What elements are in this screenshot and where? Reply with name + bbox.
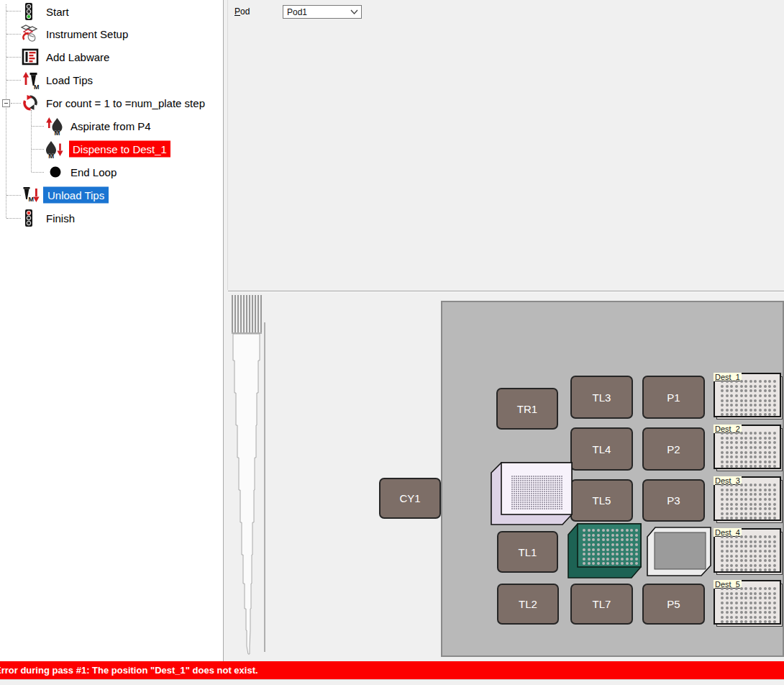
chevron-down-icon xyxy=(350,9,358,14)
deck-slot-p2[interactable]: P2 xyxy=(642,427,705,471)
labware-icon xyxy=(22,48,39,65)
traffic-light-green-icon xyxy=(23,2,35,21)
deck-slot-p1[interactable]: P1 xyxy=(642,376,705,419)
step-label: Add Labware xyxy=(46,51,109,63)
deck-slot-p3[interactable]: P3 xyxy=(642,479,705,522)
status-strip xyxy=(0,679,784,685)
step-label-selected: Unload Tips xyxy=(43,187,109,204)
deck-slot-tl7[interactable]: TL7 xyxy=(570,584,633,625)
dispense-icon: M xyxy=(45,140,64,159)
well-grid-96 xyxy=(582,528,639,566)
step-unload-tips[interactable]: M Unload Tips xyxy=(0,183,223,207)
slot-label: P2 xyxy=(667,443,680,455)
well-grid-384 xyxy=(511,475,562,509)
step-dispense[interactable]: M Dispense to Dest_1 xyxy=(0,137,223,160)
step-label: Instrument Setup xyxy=(46,28,128,40)
well-grid-96 xyxy=(720,483,777,521)
labware-dest-2[interactable]: Dest_2 xyxy=(714,425,781,469)
slot-label: TL3 xyxy=(593,391,611,404)
well-grid-96 xyxy=(720,586,777,625)
deck-slot-tl2[interactable]: TL2 xyxy=(497,584,559,625)
slot-label: P3 xyxy=(667,494,680,507)
deck-slot-cy1[interactable]: CY1 xyxy=(379,478,441,519)
deck-slot-tl1[interactable]: TL1 xyxy=(497,531,558,573)
method-steps-tree: Start Instrument Setup A xyxy=(0,0,224,661)
labware-dest-3[interactable]: Dest_3 xyxy=(714,476,781,521)
labware-empty-holder[interactable] xyxy=(646,526,712,577)
slot-label: P5 xyxy=(667,598,680,610)
labware-dest-5[interactable]: Dest_5 xyxy=(714,580,781,625)
labware-dest-4[interactable]: Dest_4 xyxy=(714,528,781,573)
step-label-selected-error: Dispense to Dest_1 xyxy=(69,141,170,158)
step-finish[interactable]: Finish xyxy=(0,207,223,230)
step-for-loop[interactable]: For count = 1 to =num_plate step xyxy=(0,91,223,114)
step-start[interactable]: Start xyxy=(0,0,223,23)
slot-label: CY1 xyxy=(399,492,420,504)
slot-label: TL2 xyxy=(519,598,537,610)
slot-label: P1 xyxy=(667,391,680,404)
instrument-setup-icon xyxy=(19,24,40,43)
step-instrument-setup[interactable]: Instrument Setup xyxy=(0,22,223,45)
traffic-light-red-icon xyxy=(23,209,35,227)
error-message: Error during pass #1: The position "Dest… xyxy=(0,661,258,679)
deck-slot-tl3[interactable]: TL3 xyxy=(570,376,633,419)
unload-tips-icon: M xyxy=(22,186,40,204)
deck-pane-border xyxy=(228,291,784,292)
slot-label: TL7 xyxy=(593,598,611,610)
deck-slot-p5[interactable]: P5 xyxy=(642,584,705,625)
step-label: End Loop xyxy=(70,166,117,178)
pod-select[interactable]: Pod1 xyxy=(283,5,362,19)
slot-label: TL1 xyxy=(519,546,537,558)
step-load-tips[interactable]: M Load Tips xyxy=(0,68,223,91)
step-label: For count = 1 to =num_plate step xyxy=(46,97,205,109)
step-label: Finish xyxy=(46,212,75,224)
pod-select-value: Pod1 xyxy=(287,7,307,17)
end-loop-icon xyxy=(49,165,62,178)
deck-slot-tr1[interactable]: TR1 xyxy=(496,388,558,430)
slot-label: TR1 xyxy=(517,403,537,415)
labware-384-tip-box[interactable] xyxy=(490,461,573,527)
aspirate-icon: M xyxy=(45,117,64,136)
pod-label: Pod xyxy=(234,6,250,17)
deck-slot-tl5[interactable]: TL5 xyxy=(570,479,633,522)
svg-text:M: M xyxy=(55,129,60,136)
slot-label: TL5 xyxy=(593,494,611,507)
loop-icon xyxy=(22,94,39,112)
step-aspirate[interactable]: M Aspirate from P4 xyxy=(0,114,223,137)
well-grid-96 xyxy=(720,379,777,417)
step-label: Load Tips xyxy=(46,74,93,86)
labware-dest-1[interactable]: Dest_1 xyxy=(714,373,781,417)
well-grid-96 xyxy=(720,535,777,573)
biomek-main-window: Start Instrument Setup A xyxy=(0,0,784,685)
step-add-labware[interactable]: Add Labware xyxy=(0,45,223,68)
step-end-loop[interactable]: End Loop xyxy=(0,160,223,183)
svg-text:M: M xyxy=(34,83,40,90)
error-bar: Error during pass #1: The position "Dest… xyxy=(0,661,784,679)
step-label: Aspirate from P4 xyxy=(70,120,151,132)
step-label: Start xyxy=(46,6,69,18)
pipette-tip-graphic xyxy=(229,292,269,656)
svg-text:M: M xyxy=(29,196,35,203)
well-grid-96 xyxy=(720,431,777,469)
slot-label: TL4 xyxy=(593,443,611,455)
svg-text:M: M xyxy=(48,152,54,159)
panel-divider xyxy=(227,0,228,290)
load-tips-icon: M xyxy=(22,71,40,89)
deck-slot-tl4[interactable]: TL4 xyxy=(570,427,633,471)
labware-96-well-plate-green[interactable] xyxy=(567,522,643,580)
